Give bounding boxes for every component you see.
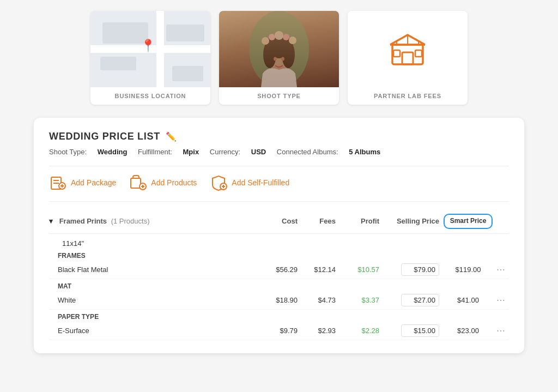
row-menu-button[interactable]: ⋯ — [493, 325, 509, 336]
table-section-header: ▾ Framed Prints (1 Products) Cost Fees P… — [49, 209, 509, 234]
size-label: 11x14" — [49, 234, 509, 249]
map-road-vertical — [156, 11, 164, 87]
add-self-fulfilled-button[interactable]: Add Self-Fulfilled — [210, 174, 289, 191]
shoot-type-meta: Shoot Type: Wedding — [49, 148, 129, 156]
connected-meta: Connected Albums: 5 Albums — [277, 148, 380, 156]
map-background: 📍 — [90, 11, 210, 87]
selling-price-input[interactable] — [401, 263, 439, 276]
mat-group-header: MAT — [49, 279, 509, 291]
portrait-background — [219, 11, 339, 87]
product-profit: $2.28 — [336, 327, 379, 335]
map-block-2 — [100, 57, 136, 70]
svg-point-0 — [249, 11, 309, 87]
top-cards-container: 📍 BUSINESS LOCATION — [11, 11, 547, 105]
partner-lab-label: PARTNER LAB FEES — [348, 87, 468, 105]
row-menu-button[interactable]: ⋯ — [493, 295, 509, 305]
add-package-icon — [49, 174, 66, 191]
selling-price-input[interactable] — [401, 294, 439, 306]
row-menu-button[interactable]: ⋯ — [493, 264, 509, 275]
fulfillment-meta: Fulfillment: Mpix — [138, 148, 201, 156]
smart-price-header: Smart Price — [444, 214, 493, 229]
svg-point-2 — [265, 34, 293, 58]
product-profit: $3.37 — [336, 296, 379, 304]
panel-meta: Shoot Type: Wedding Fulfillment: Mpix Cu… — [49, 148, 509, 156]
smart-price-value: $41.00 — [444, 296, 493, 304]
product-fees: $4.73 — [298, 296, 336, 304]
panel-title: WEDDING PRICE LIST — [49, 131, 160, 142]
add-products-button[interactable]: Add Products — [129, 174, 197, 191]
frames-group-header: FRAMES — [49, 249, 509, 261]
svg-point-5 — [262, 37, 269, 45]
fees-header: Fees — [298, 217, 336, 225]
edit-icon[interactable]: ✏️ — [166, 131, 177, 142]
svg-point-3 — [263, 41, 276, 68]
product-profit: $10.57 — [336, 266, 379, 274]
chevron-icon[interactable]: ▾ — [49, 217, 53, 225]
svg-point-9 — [289, 37, 296, 44]
product-name: Black Flat Metal — [58, 266, 254, 274]
smart-price-value: $119.00 — [444, 266, 493, 274]
profit-header: Profit — [336, 217, 379, 225]
business-location-image: 📍 — [90, 11, 210, 87]
svg-point-4 — [282, 41, 295, 68]
product-cost: $9.79 — [254, 327, 298, 335]
product-fees: $2.93 — [298, 327, 336, 335]
price-list-panel: WEDDING PRICE LIST ✏️ Shoot Type: Weddin… — [34, 118, 524, 353]
add-self-fulfilled-icon — [210, 174, 227, 191]
divider-1 — [49, 166, 509, 166]
smart-price-value: $23.00 — [444, 327, 493, 335]
divider-2 — [49, 201, 509, 202]
svg-rect-13 — [402, 52, 413, 64]
svg-rect-14 — [393, 50, 400, 57]
table-row: E-Surface $9.79 $2.93 $2.28 $23.00 ⋯ — [49, 322, 509, 340]
currency-meta: Currency: USD — [210, 148, 268, 156]
selling-price-header: Selling Price — [379, 217, 439, 225]
action-buttons: Add Package Add Products Add Self-Fulfil… — [49, 174, 509, 191]
portrait-svg — [249, 11, 309, 87]
section-name-col: ▾ Framed Prints (1 Products) — [49, 217, 254, 225]
map-block-4 — [172, 66, 203, 81]
cost-header: Cost — [254, 217, 298, 225]
partner-lab-card[interactable]: PARTNER LAB FEES — [348, 11, 468, 105]
shoot-type-label: SHOOT TYPE — [219, 87, 339, 105]
selling-price-input[interactable] — [401, 324, 439, 337]
product-selling-col — [379, 263, 439, 276]
product-cost: $18.90 — [254, 296, 298, 304]
svg-rect-12 — [392, 45, 423, 64]
product-name: E-Surface — [58, 327, 254, 335]
product-selling-col — [379, 294, 439, 306]
partner-lab-image — [348, 11, 468, 87]
svg-point-11 — [281, 57, 284, 61]
product-cost: $56.29 — [254, 266, 298, 274]
paper-type-group-header: PAPER TYPE — [49, 310, 509, 322]
add-products-icon — [129, 174, 147, 191]
business-location-label: BUSINESS LOCATION — [90, 87, 210, 105]
table-row: Black Flat Metal $56.29 $12.14 $10.57 $1… — [49, 261, 509, 279]
svg-point-6 — [269, 34, 275, 40]
shoot-type-image — [219, 11, 339, 87]
business-location-card[interactable]: 📍 BUSINESS LOCATION — [90, 11, 210, 105]
svg-rect-15 — [415, 50, 422, 57]
svg-point-10 — [274, 57, 277, 61]
svg-point-8 — [283, 34, 289, 40]
product-fees: $12.14 — [298, 266, 336, 274]
map-block-3 — [166, 25, 204, 41]
svg-point-7 — [275, 31, 283, 40]
store-icon — [386, 27, 429, 71]
map-pin-icon: 📍 — [141, 40, 155, 52]
product-selling-col — [379, 324, 439, 337]
panel-title-row: WEDDING PRICE LIST ✏️ — [49, 131, 509, 142]
product-name: White — [58, 296, 254, 304]
table-row: White $18.90 $4.73 $3.37 $41.00 ⋯ — [49, 291, 509, 310]
add-package-button[interactable]: Add Package — [49, 174, 116, 191]
svg-point-1 — [267, 42, 291, 73]
shoot-type-card[interactable]: SHOOT TYPE — [219, 11, 339, 105]
